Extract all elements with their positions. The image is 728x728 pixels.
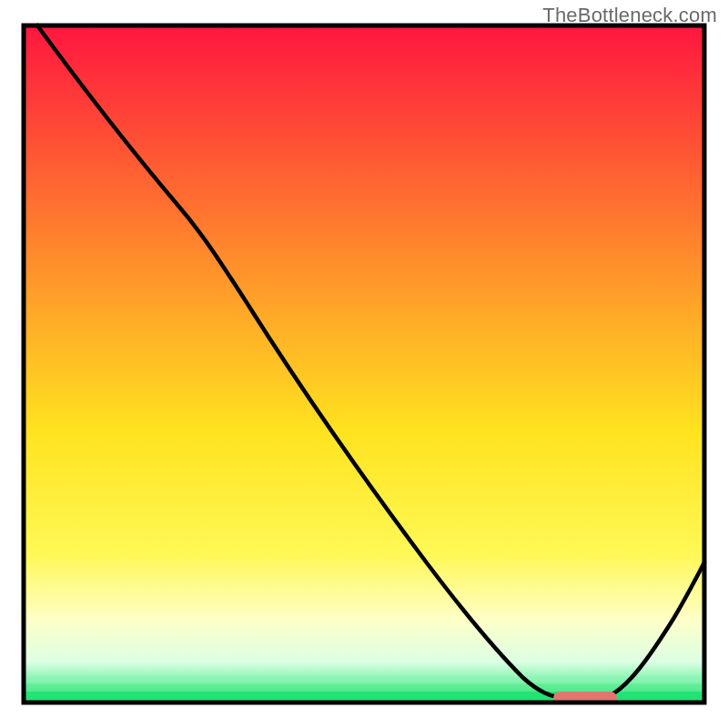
gradient-fill bbox=[24, 25, 704, 703]
chart-stage: TheBottleneck.com bbox=[0, 0, 728, 728]
watermark-label: TheBottleneck.com bbox=[542, 4, 717, 27]
band-2 bbox=[24, 684, 704, 690]
bottleneck-chart bbox=[0, 0, 728, 728]
plot-area bbox=[24, 25, 704, 704]
band-1 bbox=[24, 677, 704, 682]
